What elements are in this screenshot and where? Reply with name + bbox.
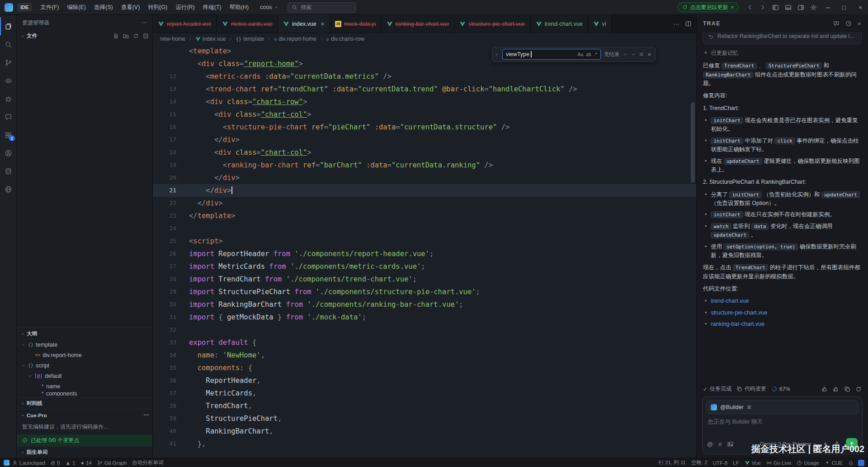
code-line[interactable]: 37 MetricCards, [153, 387, 696, 400]
toggle-left-panel-button[interactable] [769, 2, 781, 13]
outline-item-name[interactable]: *name [17, 381, 152, 391]
activity-extensions[interactable]: 2 [0, 126, 17, 144]
outline-item-components[interactable]: *components [17, 391, 152, 396]
copy-response-icon[interactable] [844, 386, 850, 392]
code-line[interactable]: 23</template> [153, 210, 696, 222]
builder-agent-chip[interactable]: @Builder ⌘ [706, 400, 859, 414]
code-line[interactable]: 34 name: 'NewHome', [153, 349, 696, 362]
dismiss-update-icon[interactable]: × [731, 5, 734, 10]
code-line[interactable]: 12 <metric-cards :data="currentData.metr… [153, 70, 696, 83]
toggle-replace-icon[interactable] [494, 52, 499, 57]
activity-watch[interactable] [0, 71, 17, 90]
new-chat-icon[interactable] [833, 20, 840, 27]
activity-chat[interactable] [0, 108, 17, 126]
activity-debug[interactable] [0, 90, 17, 108]
code-line[interactable]: 31import { getMockData } from './mock-da… [153, 311, 696, 324]
menu-查看(V)[interactable]: 查看(V) [117, 2, 144, 13]
status-language-mode[interactable]: Vue [742, 458, 764, 467]
toggle-bottom-panel-button[interactable] [782, 2, 794, 13]
regex-toggle[interactable]: .* [594, 52, 597, 57]
status-indentation[interactable]: 空格: 2 [689, 458, 710, 467]
find-in-selection-icon[interactable] [639, 52, 644, 57]
outline-item-default[interactable]: [@]default [17, 371, 152, 381]
cuepro-more-icon[interactable]: ⋯ [144, 413, 149, 418]
breadcrumb-item-div.report-home[interactable]: ◇div.report-home [274, 36, 316, 42]
status-auto-analyze-words[interactable]: 自动分析单词 [130, 458, 166, 467]
menu-运行(R)[interactable]: 运行(R) [171, 2, 198, 13]
activity-source-control[interactable] [0, 53, 17, 71]
hash-icon[interactable]: # [718, 441, 722, 447]
files-section-header[interactable]: 文件 [17, 30, 152, 42]
settings-gear-icon[interactable] [807, 2, 819, 13]
code-line[interactable]: 28import TrendChart from './components/t… [153, 273, 696, 286]
code-line[interactable]: 16 <structure-pie-chart ref="pieChart" :… [153, 121, 696, 133]
tab-vi[interactable]: vi [588, 15, 612, 33]
code-line[interactable]: 21 </div> [153, 184, 696, 197]
cuepro-section-header[interactable]: Cue-Pro ⋯ [17, 410, 152, 421]
code-line[interactable]: 24 [153, 222, 696, 235]
menu-文件(F)[interactable]: 文件(F) [36, 2, 63, 13]
history-checkpoint-pill[interactable]: Refactor RankingBarChart to separate ini… [703, 32, 862, 44]
code-line[interactable]: 33export default { [153, 336, 696, 349]
close-panel-icon[interactable]: × [858, 21, 862, 27]
tab-structure-pie-chart.vue[interactable]: structure-pie-chart.vue [454, 15, 530, 33]
tab-mock-data.js[interactable]: JSmock-data.js [330, 15, 382, 33]
menu-转到(G)[interactable]: 转到(G) [144, 2, 171, 13]
file-link-trend-chart.vue[interactable]: trend-chart.vue [711, 297, 749, 305]
status-git-graph[interactable]: Git Graph [94, 458, 130, 467]
restart-update-pill[interactable]: 点击重启以更新 × [677, 2, 739, 12]
mention-icon[interactable]: @ [707, 441, 713, 447]
tab-ranking-bar-chart.vue[interactable]: ranking-bar-chart.vue [382, 15, 455, 33]
status-notices[interactable]: ●14 [78, 458, 94, 467]
attach-image-icon[interactable] [727, 441, 734, 448]
model-selector[interactable]: Gemini-3-Pro-Preview [760, 441, 817, 447]
activity-remote[interactable] [0, 180, 17, 198]
close-find-icon[interactable]: × [647, 51, 651, 58]
code-line[interactable]: 25<script> [153, 235, 696, 248]
close-tab-icon[interactable]: × [321, 20, 325, 28]
tab-metric-cards.vue[interactable]: metric-cards.vue [217, 15, 278, 33]
status-encoding[interactable]: UTF-8 [710, 458, 731, 467]
outline-item-template[interactable]: {}template [17, 339, 152, 350]
activity-account[interactable] [0, 144, 17, 162]
code-line[interactable]: 15 <div class="chart-col"> [153, 108, 696, 121]
project-selector[interactable]: coos [260, 4, 278, 10]
code-line[interactable]: 29import StructurePieChart from './compo… [153, 286, 696, 298]
feedback-icon[interactable] [858, 460, 864, 466]
code-line[interactable]: 18 <div class="chart-col"> [153, 146, 696, 159]
mic-icon[interactable] [834, 441, 840, 448]
tab-report-header.vue[interactable]: report-header.vue [153, 15, 217, 33]
menu-终端(T)[interactable]: 终端(T) [199, 2, 226, 13]
menu-选择(S)[interactable]: 选择(S) [90, 2, 117, 13]
new-folder-icon[interactable] [123, 33, 129, 39]
code-line[interactable]: 39 StructurePieChart, [153, 412, 696, 425]
editor-scrollbar[interactable] [691, 102, 695, 183]
status-go-live[interactable]: Go Live [764, 458, 794, 467]
code-line[interactable]: 38 TrendChart, [153, 400, 696, 412]
nav-back-button[interactable] [744, 2, 756, 13]
activity-database[interactable] [0, 162, 17, 180]
more-tabs-icon[interactable]: ⋯ [673, 21, 679, 27]
code-line[interactable]: 41 }, [153, 438, 696, 450]
thumb-up-icon[interactable] [821, 386, 828, 392]
status-notifications[interactable] [845, 458, 856, 467]
collapse-all-icon[interactable] [143, 33, 149, 39]
breadcrumb-item-template[interactable]: {}template [236, 36, 264, 42]
menu-编辑(E)[interactable]: 编辑(E) [63, 2, 90, 13]
status-cursor-position[interactable]: 行 21, 列 11 [656, 458, 689, 467]
activity-search[interactable] [0, 35, 17, 53]
code-line[interactable]: 26import ReportHeader from './components… [153, 248, 696, 260]
code-line[interactable]: 35 components: { [153, 362, 696, 374]
match-case-toggle[interactable]: Aa [577, 52, 583, 57]
outline-item-script[interactable]: {}script [17, 360, 152, 371]
status-usage[interactable]: Usage [794, 458, 821, 467]
send-button[interactable] [846, 438, 858, 450]
window-minimize-button[interactable]: ─ [820, 0, 835, 15]
breadcrumb-item-new-home[interactable]: new-home [160, 36, 185, 42]
file-link-structure-pie-chart.vue[interactable]: structure-pie-chart.vue [711, 309, 767, 317]
split-editor-icon[interactable] [685, 20, 692, 27]
status-warnings[interactable]: ▲1 [62, 458, 78, 467]
status-eol[interactable]: LF [730, 458, 741, 467]
find-previous-icon[interactable] [623, 52, 627, 57]
file-link-ranking-bar-chart.vue[interactable]: ranking-bar-chart.vue [711, 320, 764, 329]
